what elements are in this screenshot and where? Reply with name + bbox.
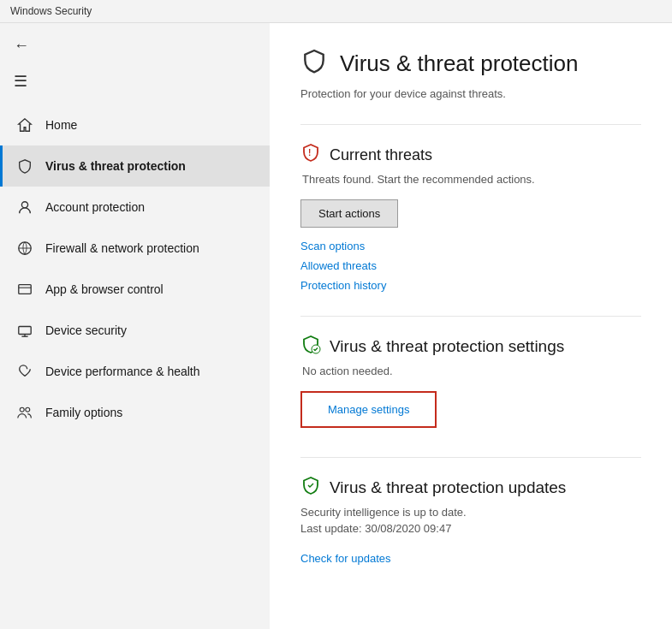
sidebar-item-performance[interactable]: Device performance & health <box>0 351 270 392</box>
divider-2 <box>300 316 641 317</box>
page-header: Virus & threat protection <box>300 47 641 80</box>
titlebar-text: Windows Security <box>10 5 92 17</box>
home-icon <box>16 116 33 134</box>
back-button[interactable]: ← <box>0 30 270 65</box>
sidebar-label-virus: Virus & threat protection <box>45 159 186 173</box>
account-icon <box>16 199 33 216</box>
svg-rect-4 <box>19 327 31 335</box>
sidebar-item-virus[interactable]: Virus & threat protection <box>0 145 270 187</box>
vt-updates-title: Virus & threat protection updates <box>330 478 566 497</box>
browser-icon <box>16 281 33 298</box>
vt-settings-description: No action needed. <box>300 365 641 377</box>
sidebar-item-account[interactable]: Account protection <box>0 187 270 228</box>
svg-point-0 <box>21 202 27 208</box>
divider-1 <box>300 124 641 125</box>
titlebar: Windows Security <box>0 0 672 23</box>
vt-settings-header: Virus & threat protection settings <box>300 334 641 359</box>
current-threats-section: ! Current threats Threats found. Start t… <box>300 142 641 292</box>
sidebar-label-home: Home <box>45 118 77 132</box>
sidebar-label-account: Account protection <box>45 200 145 214</box>
menu-icon[interactable]: ☰ <box>0 65 270 104</box>
page-header-icon <box>300 47 328 80</box>
page-subtitle: Protection for your device against threa… <box>300 87 641 100</box>
vt-updates-header: Virus & threat protection updates <box>300 475 641 501</box>
protection-history-link[interactable]: Protection history <box>300 279 641 292</box>
vt-updates-icon <box>300 475 321 501</box>
sidebar-label-device: Device security <box>45 323 127 337</box>
scan-options-link[interactable]: Scan options <box>300 240 641 252</box>
allowed-threats-link[interactable]: Allowed threats <box>300 259 641 272</box>
current-threats-description: Threats found. Start the recommended act… <box>300 173 641 186</box>
svg-rect-2 <box>19 285 31 294</box>
svg-text:!: ! <box>308 148 311 157</box>
sidebar-label-firewall: Firewall & network protection <box>45 241 199 255</box>
sidebar-item-device[interactable]: Device security <box>0 310 270 351</box>
app-container: ← ☰ Home Virus & threat protection <box>0 23 672 629</box>
network-icon <box>16 240 33 257</box>
sidebar-item-family[interactable]: Family options <box>0 392 270 433</box>
back-icon: ← <box>14 37 29 55</box>
check-updates-link[interactable]: Check for updates <box>300 552 641 565</box>
manage-settings-wrapper: Manage settings <box>300 391 437 428</box>
sidebar-label-browser: App & browser control <box>45 282 164 296</box>
main-content: Virus & threat protection Protection for… <box>270 23 672 629</box>
divider-3 <box>300 457 641 458</box>
vt-settings-icon <box>300 334 321 359</box>
sidebar-item-browser[interactable]: App & browser control <box>0 269 270 310</box>
current-threats-header: ! Current threats <box>300 142 641 168</box>
vt-updates-section: Virus & threat protection updates Securi… <box>300 475 641 565</box>
current-threats-title: Current threats <box>330 146 432 164</box>
sidebar-item-home[interactable]: Home <box>0 104 270 145</box>
sidebar-label-performance: Device performance & health <box>45 365 200 378</box>
vt-settings-title: Virus & threat protection settings <box>330 337 564 356</box>
sidebar: ← ☰ Home Virus & threat protection <box>0 23 270 629</box>
health-icon <box>16 363 33 380</box>
svg-point-7 <box>20 407 24 412</box>
family-icon <box>16 404 33 421</box>
manage-settings-button[interactable]: Manage settings <box>304 395 433 424</box>
sidebar-label-family: Family options <box>45 406 122 419</box>
shield-icon <box>16 157 33 175</box>
vt-updates-last-update: Last update: 30/08/2020 09:47 <box>300 522 641 535</box>
vt-settings-section: Virus & threat protection settings No ac… <box>300 334 641 433</box>
page-title: Virus & threat protection <box>340 50 578 77</box>
sidebar-item-firewall[interactable]: Firewall & network protection <box>0 228 270 269</box>
device-icon <box>16 322 33 339</box>
start-actions-button[interactable]: Start actions <box>300 199 398 228</box>
vt-updates-status: Security intelligence is up to date. <box>300 506 641 519</box>
current-threats-icon: ! <box>300 142 321 168</box>
svg-point-8 <box>26 407 30 412</box>
